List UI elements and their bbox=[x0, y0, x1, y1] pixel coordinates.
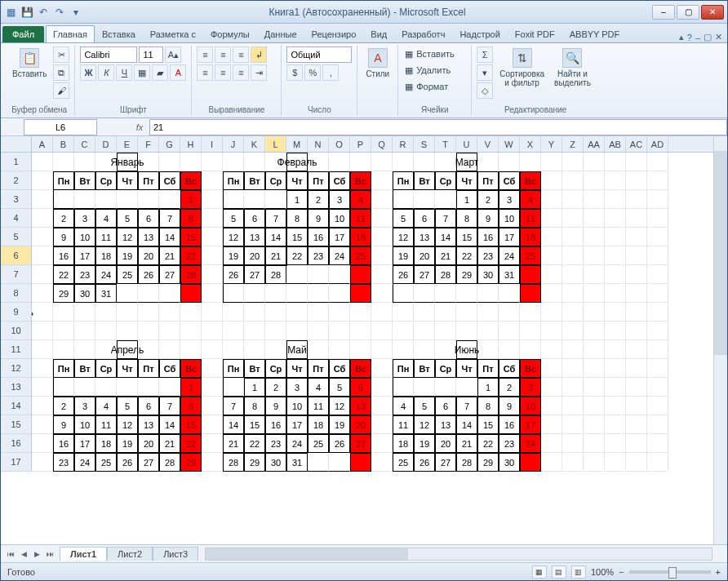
minimize-button[interactable]: – bbox=[652, 5, 675, 20]
cell-W12[interactable]: Сб bbox=[499, 359, 520, 378]
cell-P3[interactable]: 4 bbox=[350, 190, 371, 209]
cell-L10[interactable] bbox=[265, 322, 286, 340]
cell-E17[interactable]: 26 bbox=[117, 453, 138, 472]
cell-M1[interactable]: Февраль bbox=[286, 153, 308, 171]
col-header-D[interactable]: D bbox=[95, 136, 117, 152]
cell-W10[interactable] bbox=[499, 322, 520, 340]
cell-K2[interactable]: Вт bbox=[244, 171, 265, 190]
cell-H2[interactable]: Вс bbox=[180, 171, 202, 190]
cell-C1[interactable] bbox=[74, 153, 95, 171]
cell-T8[interactable] bbox=[435, 284, 456, 303]
cell-X2[interactable]: Вс bbox=[520, 171, 541, 190]
cell-U2[interactable]: Чт bbox=[456, 171, 477, 190]
cell-AA5[interactable] bbox=[584, 228, 605, 246]
cell-AD15[interactable] bbox=[647, 415, 668, 434]
cell-W3[interactable]: 3 bbox=[499, 190, 520, 209]
cell-Q3[interactable] bbox=[371, 190, 393, 209]
undo-icon[interactable]: ↶ bbox=[37, 6, 50, 19]
cell-G6[interactable]: 21 bbox=[159, 246, 180, 265]
cell-A5[interactable] bbox=[32, 228, 53, 246]
cell-B8[interactable]: 29 bbox=[53, 284, 74, 303]
tab-next-icon[interactable]: ▶ bbox=[30, 548, 43, 561]
mdi-close-icon[interactable]: ✕ bbox=[715, 32, 722, 42]
cell-AC12[interactable] bbox=[626, 359, 647, 378]
col-header-Y[interactable]: Y bbox=[541, 136, 562, 152]
row-header-12[interactable]: 12 bbox=[1, 359, 31, 378]
cell-A9[interactable] bbox=[32, 303, 53, 322]
italic-button[interactable]: К bbox=[98, 64, 114, 81]
align-bot-icon[interactable]: ≡ bbox=[233, 47, 249, 63]
cell-S3[interactable] bbox=[414, 190, 435, 209]
cell-E12[interactable]: Чт bbox=[117, 359, 138, 378]
cell-AD14[interactable] bbox=[647, 397, 668, 415]
cell-V4[interactable]: 9 bbox=[477, 209, 499, 228]
cell-A15[interactable] bbox=[32, 415, 53, 434]
cell-F10[interactable] bbox=[138, 322, 159, 340]
cell-AD17[interactable] bbox=[647, 453, 668, 472]
cell-Z16[interactable] bbox=[562, 434, 584, 453]
cell-D5[interactable]: 11 bbox=[95, 228, 117, 246]
cell-U9[interactable] bbox=[456, 303, 477, 322]
cell-L5[interactable]: 14 bbox=[265, 228, 286, 246]
cell-C9[interactable] bbox=[74, 303, 95, 322]
cell-P1[interactable] bbox=[350, 153, 371, 171]
cell-O10[interactable] bbox=[329, 322, 350, 340]
cell-V7[interactable]: 30 bbox=[477, 265, 499, 284]
cell-F2[interactable]: Пт bbox=[138, 171, 159, 190]
cell-X4[interactable]: 11 bbox=[520, 209, 541, 228]
col-header-U[interactable]: U bbox=[456, 136, 477, 152]
cell-N8[interactable] bbox=[308, 284, 329, 303]
cell-H3[interactable]: 1 bbox=[180, 190, 202, 209]
col-header-B[interactable]: B bbox=[53, 136, 74, 152]
cell-AA10[interactable] bbox=[584, 322, 605, 340]
cell-H15[interactable]: 15 bbox=[180, 415, 202, 434]
col-header-AA[interactable]: AA bbox=[584, 136, 605, 152]
cell-A10[interactable] bbox=[32, 322, 53, 340]
cell-X5[interactable]: 18 bbox=[520, 228, 541, 246]
cell-W17[interactable]: 30 bbox=[499, 453, 520, 472]
cell-AC3[interactable] bbox=[626, 190, 647, 209]
row-header-15[interactable]: 15 bbox=[1, 415, 31, 434]
cell-B7[interactable]: 22 bbox=[53, 265, 74, 284]
cell-Y5[interactable] bbox=[541, 228, 562, 246]
cell-Q4[interactable] bbox=[371, 209, 393, 228]
cell-V8[interactable] bbox=[477, 284, 499, 303]
cell-K17[interactable]: 29 bbox=[244, 453, 265, 472]
row-header-5[interactable]: 5 bbox=[1, 228, 31, 246]
cell-M7[interactable] bbox=[286, 265, 308, 284]
cell-R9[interactable] bbox=[393, 303, 414, 322]
cell-L14[interactable]: 9 bbox=[265, 397, 286, 415]
cell-B1[interactable] bbox=[53, 153, 74, 171]
format-painter-icon[interactable]: 🖌 bbox=[53, 82, 69, 99]
cell-A14[interactable] bbox=[32, 397, 53, 415]
cell-AA7[interactable] bbox=[584, 265, 605, 284]
cell-AD5[interactable] bbox=[647, 228, 668, 246]
cell-M11[interactable]: Май bbox=[286, 340, 308, 359]
cell-AA3[interactable] bbox=[584, 190, 605, 209]
fill-color-icon[interactable]: ▰ bbox=[152, 64, 168, 81]
cell-K5[interactable]: 13 bbox=[244, 228, 265, 246]
col-header-Z[interactable]: Z bbox=[562, 136, 584, 152]
cell-I15[interactable] bbox=[202, 415, 223, 434]
cell-V14[interactable]: 8 bbox=[477, 397, 499, 415]
cell-B9[interactable] bbox=[53, 303, 74, 322]
cell-J9[interactable] bbox=[223, 303, 244, 322]
cell-T6[interactable]: 21 bbox=[435, 246, 456, 265]
cell-A8[interactable] bbox=[32, 284, 53, 303]
cell-J8[interactable] bbox=[223, 284, 244, 303]
cell-AC15[interactable] bbox=[626, 415, 647, 434]
cell-C14[interactable]: 3 bbox=[74, 397, 95, 415]
cell-Y13[interactable] bbox=[541, 378, 562, 397]
cell-X14[interactable]: 10 bbox=[520, 397, 541, 415]
col-header-AC[interactable]: AC bbox=[626, 136, 647, 152]
cell-O13[interactable]: 5 bbox=[329, 378, 350, 397]
cell-U1[interactable]: Март bbox=[456, 153, 477, 171]
cell-X12[interactable]: Вс bbox=[520, 359, 541, 378]
cell-J5[interactable]: 12 bbox=[223, 228, 244, 246]
cell-W16[interactable]: 23 bbox=[499, 434, 520, 453]
cell-P5[interactable]: 18 bbox=[350, 228, 371, 246]
cell-H1[interactable] bbox=[180, 153, 202, 171]
ribbon-tab-4[interactable]: Данные bbox=[257, 25, 304, 42]
cell-J14[interactable]: 7 bbox=[223, 397, 244, 415]
cell-C12[interactable]: Вт bbox=[74, 359, 95, 378]
